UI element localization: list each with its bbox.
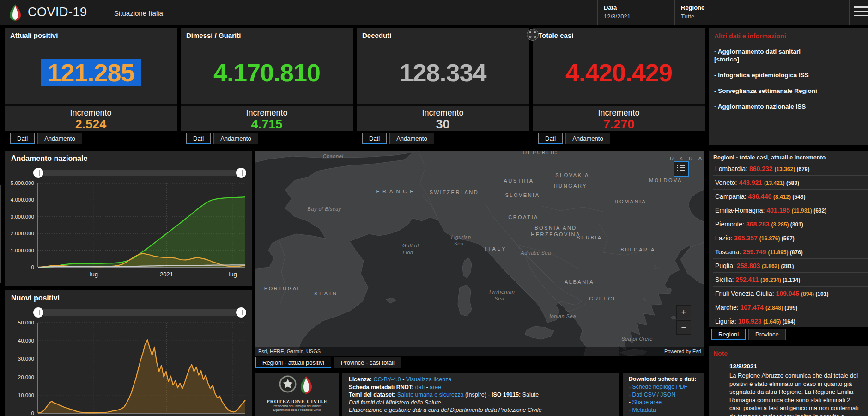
map-attribution: Esri, HERE, Garmin, USGS Powered by Esri (255, 347, 704, 356)
region-increment: (101) (815, 291, 828, 297)
region-row[interactable]: Sicilia: 252.411 (16.234) (1.134) (713, 273, 868, 287)
card-tabs: Dati Andamento (538, 133, 610, 144)
region-row[interactable]: Marche: 107.474 (2.848) (199) (713, 300, 868, 314)
tab-regioni-attuali-positivi[interactable]: Regioni - attuali positivi (255, 357, 331, 368)
expand-icon[interactable] (527, 29, 539, 41)
map-label-italy: ITALY (485, 246, 507, 251)
europe-map[interactable]: ChannelREPUBLICSLOVAKIAU K R AMOLDOVAAUS… (255, 151, 704, 356)
header-divider (674, 0, 675, 25)
menu-icon[interactable] (854, 6, 868, 19)
tab-province-casi-totali[interactable]: Province - casi totali (334, 357, 401, 368)
map-legend-button[interactable] (674, 161, 689, 177)
svg-text:20.000: 20.000 (18, 374, 34, 380)
map-label-bosnia-and: BOSNIA AND (534, 225, 577, 231)
divider (357, 104, 529, 106)
slider-handle-left[interactable] (33, 168, 43, 178)
divider (533, 104, 705, 106)
svg-text:4.000.000: 4.000.000 (11, 197, 34, 202)
region-row[interactable]: Veneto: 443.921 (13.421) (583) (713, 176, 868, 190)
tab-dati[interactable]: Dati (538, 133, 563, 144)
map-label-gulf-of: Gulf of (402, 243, 419, 248)
increment-label: Incremento (357, 108, 529, 118)
svg-text:1.000.000: 1.000.000 (11, 248, 34, 253)
note-body: 12/8/2021 La Regione Abruzzo comunica ch… (729, 363, 859, 416)
map-label-bay-of-biscay: Bay of Biscay (307, 206, 341, 212)
region-total: 365.357 (734, 234, 759, 242)
altri-dati-title: Altri dati e informazioni (714, 32, 862, 40)
download-link[interactable]: Dati CSV / JSON (632, 392, 676, 398)
region-row[interactable]: Lazio: 365.357 (16.876) (567) (713, 231, 868, 245)
zoom-in-button[interactable]: + (676, 305, 691, 319)
tab-dati[interactable]: Dati (186, 133, 211, 144)
tab-dati[interactable]: Dati (362, 133, 387, 144)
regione-value[interactable]: Tutte (681, 13, 704, 20)
left-panel-edge (0, 185, 1, 283)
region-row[interactable]: Piemonte: 368.283 (3.285) (301) (713, 217, 868, 231)
svg-text:lug: lug (229, 271, 237, 278)
map-panel[interactable]: ChannelREPUBLICSLOVAKIAU K R AMOLDOVAAUS… (255, 151, 704, 356)
region-attuali: (13.362) (774, 166, 796, 172)
slider-handle-right[interactable] (236, 168, 246, 178)
map-label-serbia: SERBIA (577, 235, 602, 240)
tab-andamento[interactable]: Andamento (37, 133, 82, 144)
time-range-slider[interactable] (33, 307, 246, 318)
download-link[interactable]: Shape aree (632, 399, 662, 405)
slider-track[interactable] (38, 170, 242, 176)
card-value: 128.334 (357, 44, 529, 101)
link[interactable]: aree (430, 384, 441, 391)
region-row[interactable]: Emilia-Romagna: 401.195 (11.931) (632) (713, 203, 868, 217)
card-value: 4.170.810 (181, 44, 353, 101)
tab-province[interactable]: Province (748, 329, 786, 340)
region-increment: (679) (796, 166, 809, 172)
link[interactable]: dati (415, 384, 425, 391)
map-label-sea: Sea (454, 241, 463, 246)
region-attuali: (2.848) (765, 305, 784, 311)
powered-by-esri[interactable]: Powered by Esri (664, 347, 701, 356)
link[interactable]: CC-BY-4.0 (374, 376, 401, 383)
tab-andamento[interactable]: Andamento (565, 133, 610, 144)
altri-dati-link[interactable]: - Sorveglianza settimanale Regioni (714, 87, 862, 95)
regione-label: Regione (681, 4, 704, 11)
map-label-greece: GREECE (589, 296, 617, 301)
map-label-ligurian: Ligurian (451, 234, 471, 240)
slider-handle-right[interactable] (236, 307, 246, 318)
region-name: Friuli Venezia Giulia: (715, 290, 776, 297)
link[interactable]: Salute umana e sicurezza (397, 392, 464, 398)
slider-track[interactable] (38, 309, 242, 316)
regioni-list-panel[interactable]: Regioni - totale casi, attuali e increme… (709, 151, 868, 327)
slider-handle-left[interactable] (33, 307, 43, 318)
tab-andamento[interactable]: Andamento (389, 133, 434, 144)
regioni-rows: Lombardia: 860.232 (13.362) (679)Veneto:… (713, 162, 868, 327)
region-row[interactable]: Puglia: 258.803 (3.862) (281) (713, 259, 868, 273)
region-row[interactable]: Friuli Venezia Giulia: 109.045 (894) (10… (713, 287, 868, 300)
download-link[interactable]: Metadata (632, 407, 656, 413)
region-total: 259.749 (743, 248, 768, 256)
region-row[interactable]: Lombardia: 860.232 (13.362) (679) (713, 162, 868, 176)
region-row[interactable]: Toscana: 259.749 (11.895) (876) (713, 245, 868, 259)
region-total: 106.923 (738, 318, 764, 325)
card-dimessi-guariti: Dimessi / Guariti 4.170.810 Incremento 4… (181, 28, 353, 131)
altri-dati-link[interactable]: - Aggiornamento dati sanitari [storico] (714, 48, 862, 63)
altri-dati-link[interactable]: - Infografica epidemiologica ISS (714, 71, 862, 79)
card-attuali-positivi: Attuali positivi 121.285 Incremento 2.52… (5, 28, 177, 131)
region-increment: (876) (790, 249, 803, 256)
download-link[interactable]: Schede riepilogo PDF (632, 384, 688, 390)
region-row[interactable]: Campania: 436.440 (8.412) (543) (713, 190, 868, 203)
chart-title: Nuovi positivi (11, 294, 60, 302)
svg-text:3.000.000: 3.000.000 (11, 214, 34, 220)
tab-regioni[interactable]: Regioni (711, 329, 746, 340)
tab-andamento[interactable]: Andamento (213, 133, 258, 144)
header-divider (849, 0, 850, 25)
region-row[interactable]: Liguria: 106.923 (1.645) (164) (713, 314, 868, 327)
series-fill-nuovi-positivi (38, 340, 245, 413)
link[interactable]: Visualizza licenza (406, 376, 451, 383)
tab-dati[interactable]: Dati (10, 133, 35, 144)
license-line: Licenza: CC-BY-4.0 - Visualizza licenza (349, 376, 619, 384)
time-range-slider[interactable] (33, 167, 246, 178)
license-line: Elaborazione e gestione dati a cura del … (349, 406, 619, 414)
altri-dati-link[interactable]: - Aggiornamento nazionale ISS (714, 103, 862, 110)
region-total: 401.195 (766, 207, 792, 214)
zoom-out-button[interactable]: − (676, 320, 691, 335)
map-label-lion: Lion (403, 250, 413, 255)
region-total: 258.803 (737, 262, 762, 269)
